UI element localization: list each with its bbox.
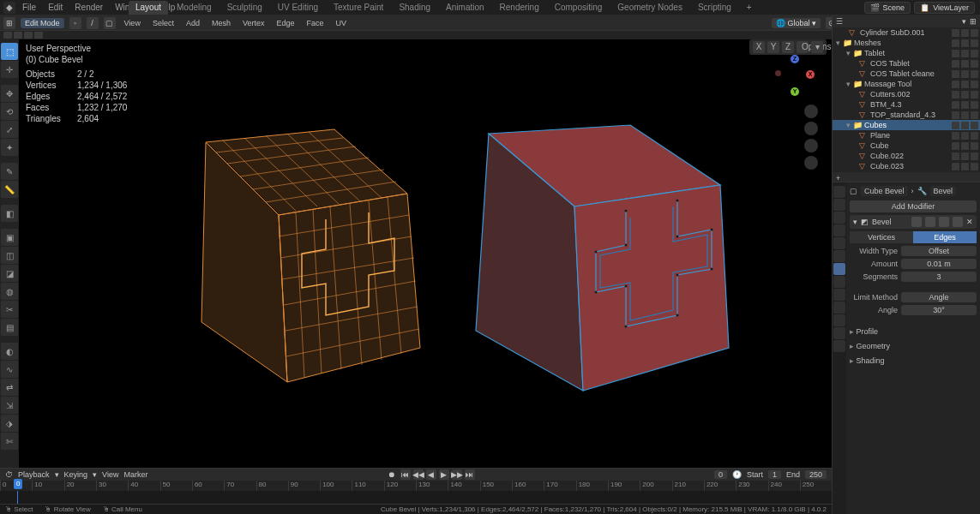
jump-end-icon[interactable]: ⏭ <box>465 469 475 480</box>
mod-extra-icon[interactable] <box>953 217 963 227</box>
tool-move[interactable]: ✥ <box>1 85 18 102</box>
mirror-z[interactable]: Z <box>782 41 794 53</box>
tool-knife[interactable]: ✂ <box>1 301 18 318</box>
tool-extrude[interactable]: ▣ <box>1 229 18 246</box>
tl-menu-keying[interactable]: Keying <box>64 470 88 479</box>
editor-type-icon[interactable]: ⊞ <box>3 17 15 29</box>
prop-tab-output[interactable] <box>833 199 845 211</box>
playhead[interactable]: 0 <box>14 479 22 489</box>
breadcrumb-object[interactable]: Cube Bevel <box>861 186 908 196</box>
chevron-down-icon[interactable]: ▾ <box>811 41 823 53</box>
menu-add[interactable]: Add <box>183 19 203 27</box>
width-type-dropdown[interactable]: Offset <box>901 246 977 256</box>
segments-field[interactable]: 3 <box>901 272 977 282</box>
options-dropdown[interactable]: Options <box>797 41 809 53</box>
tab-layout[interactable]: Layout <box>129 1 168 15</box>
tool-setting-icon[interactable] <box>14 32 22 39</box>
tab-sculpting[interactable]: Sculpting <box>220 1 269 15</box>
end-frame-field[interactable]: 250 <box>805 470 827 479</box>
prop-tab-modifier[interactable] <box>833 263 845 275</box>
outliner-row[interactable]: ▽Cutters.002 <box>833 89 980 99</box>
nav-gizmo[interactable]: Z X Y <box>775 55 818 98</box>
outliner-row[interactable]: ▽COS Tablet cleane <box>833 69 980 79</box>
tab-modeling[interactable]: Modeling <box>170 1 219 15</box>
tab-shading[interactable]: Shading <box>392 1 437 15</box>
outliner-row[interactable]: ▾📁Massage Tool <box>833 79 980 89</box>
timeline-track[interactable] <box>0 491 832 505</box>
mirror-x[interactable]: X <box>753 41 765 53</box>
3d-viewport[interactable]: ⬚ ✛ ✥ ⟲ ⤢ ✦ ✎ 📏 ◧ ▣ ◫ ◪ ◍ ✂ ▤ ◐ ∿ ⇄ ⇲ ⬗ … <box>0 39 832 468</box>
tab-uv-editing[interactable]: UV Editing <box>271 1 325 15</box>
prop-tab-texture[interactable] <box>833 340 845 352</box>
affect-vertices[interactable]: Vertices <box>850 231 913 243</box>
tool-edge-slide[interactable]: ⇄ <box>1 379 18 396</box>
shading-panel[interactable]: Shading <box>850 355 977 367</box>
menu-edge[interactable]: Edge <box>273 19 298 27</box>
tab-scripting[interactable]: Scripting <box>691 1 738 15</box>
outliner-type-icon[interactable]: ☰ <box>836 17 843 26</box>
outliner-row[interactable]: ▽TOP_standard_4.3 <box>833 110 980 120</box>
menu-file[interactable]: File <box>17 3 41 12</box>
prop-tab-particle[interactable] <box>833 276 845 288</box>
tab-add[interactable]: + <box>740 1 759 15</box>
filter-icon[interactable]: ▾ <box>962 17 966 26</box>
menu-render[interactable]: Render <box>69 3 108 12</box>
close-icon[interactable]: ✕ <box>966 218 973 226</box>
tool-shear[interactable]: ⬗ <box>1 415 18 432</box>
gizmo-neg-x[interactable] <box>775 70 781 76</box>
outliner-row[interactable]: ▽COS Tablet <box>833 58 980 69</box>
outliner-row[interactable]: ▽Cube.023 <box>833 161 980 171</box>
prop-tab-viewlayer[interactable] <box>833 212 845 224</box>
menu-mesh[interactable]: Mesh <box>208 19 234 27</box>
tool-setting-icon[interactable] <box>3 32 12 39</box>
perspective-icon[interactable] <box>804 156 818 170</box>
angle-field[interactable]: 30° <box>901 305 977 315</box>
modifier-header[interactable]: ▾ ◩ Bevel ✕ <box>850 215 977 229</box>
menu-face[interactable]: Face <box>303 19 327 27</box>
tool-select-box[interactable]: ⬚ <box>1 43 18 60</box>
mode-dropdown[interactable]: Edit Mode <box>21 18 64 28</box>
edge-select-icon[interactable]: / <box>87 17 99 29</box>
gizmo-z-axis[interactable]: Z <box>791 55 799 63</box>
tool-inset[interactable]: ◫ <box>1 247 18 264</box>
gizmo-y-axis[interactable]: Y <box>791 87 799 96</box>
mod-realtime-icon[interactable] <box>925 217 935 227</box>
menu-uv[interactable]: UV <box>333 19 351 27</box>
amount-field[interactable]: 0.01 m <box>901 259 977 269</box>
tool-transform[interactable]: ✦ <box>1 139 18 156</box>
clock-icon[interactable]: 🕐 <box>732 470 742 479</box>
tool-setting-icon[interactable] <box>24 32 33 39</box>
prop-tab-object[interactable] <box>833 250 845 262</box>
keyframe-next-icon[interactable]: ▶▶ <box>452 469 462 480</box>
outliner-row[interactable]: ▽Cube.022 <box>833 151 980 161</box>
tab-animation[interactable]: Animation <box>439 1 490 15</box>
outliner-row[interactable]: ▽Plane <box>833 130 980 140</box>
affect-edges[interactable]: Edges <box>913 231 977 243</box>
camera-icon[interactable] <box>804 139 818 152</box>
tab-geometry-nodes[interactable]: Geometry Nodes <box>610 1 689 15</box>
profile-panel[interactable]: Profile <box>850 326 977 338</box>
timeline-ruler[interactable]: 0 01020304050607080901001101201301401501… <box>0 481 832 491</box>
plus-icon[interactable]: + <box>836 174 840 182</box>
new-collection-icon[interactable]: ⊞ <box>970 17 977 26</box>
mirror-y[interactable]: Y <box>767 41 779 53</box>
current-frame-field[interactable]: 0 <box>714 470 727 479</box>
tool-bevel[interactable]: ◪ <box>1 265 18 282</box>
tab-compositing[interactable]: Compositing <box>548 1 610 15</box>
start-frame-field[interactable]: 1 <box>768 470 781 479</box>
play-reverse-icon[interactable]: ◀ <box>426 469 436 480</box>
modifier-name[interactable]: Bevel <box>872 218 908 226</box>
prop-tab-scene[interactable] <box>833 224 845 236</box>
tool-cursor[interactable]: ✛ <box>1 61 18 78</box>
breadcrumb-modifier[interactable]: Bevel <box>930 186 957 196</box>
menu-edit[interactable]: Edit <box>43 3 68 12</box>
outliner-row[interactable]: ▽Cylinder SubD.001 <box>833 27 980 38</box>
jump-start-icon[interactable]: ⏮ <box>400 469 411 480</box>
play-icon[interactable]: ▶ <box>439 469 449 480</box>
menu-vertex[interactable]: Vertex <box>239 19 268 27</box>
geometry-panel[interactable]: Geometry <box>850 340 977 352</box>
add-modifier-button[interactable]: Add Modifier <box>850 200 977 212</box>
pan-icon[interactable] <box>804 122 818 135</box>
limit-method-dropdown[interactable]: Angle <box>901 292 977 302</box>
tool-shrink[interactable]: ⇲ <box>1 397 18 414</box>
